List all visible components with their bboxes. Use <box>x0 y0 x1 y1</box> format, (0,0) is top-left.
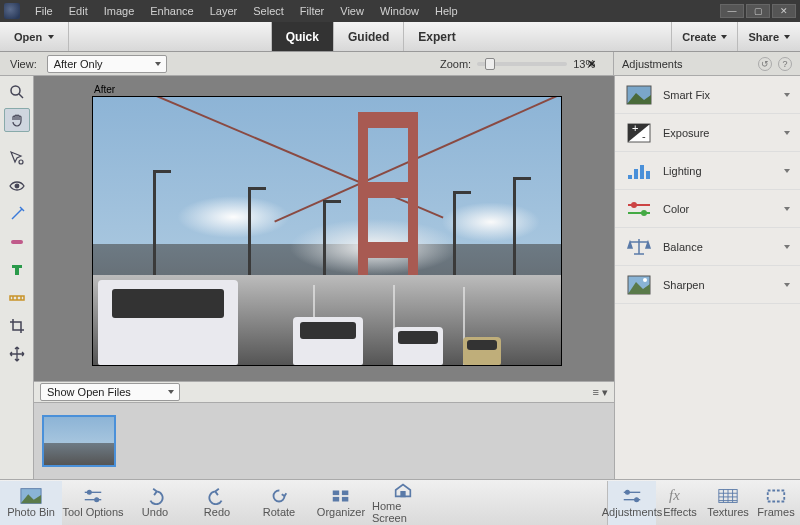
adjust-balance[interactable]: Balance <box>615 228 800 266</box>
open-files-select[interactable]: Show Open Files <box>40 383 180 401</box>
adjust-sharpen[interactable]: Sharpen <box>615 266 800 304</box>
help-icon[interactable]: ? <box>778 57 792 71</box>
create-label: Create <box>682 31 716 43</box>
adjust-smart-fix[interactable]: Smart Fix <box>615 76 800 114</box>
menu-filter[interactable]: Filter <box>293 3 331 19</box>
adjustments-panel: Smart Fix +- Exposure Lighting Color Bal… <box>614 76 800 479</box>
crop-tool[interactable] <box>4 314 30 338</box>
open-button[interactable]: Open <box>0 22 69 51</box>
adjust-color[interactable]: Color <box>615 190 800 228</box>
menu-help[interactable]: Help <box>428 3 465 19</box>
svg-rect-15 <box>628 175 632 179</box>
svg-point-28 <box>643 278 647 282</box>
type-tool[interactable] <box>4 258 30 282</box>
balance-icon <box>625 235 653 259</box>
redo-button[interactable]: Redo <box>186 481 248 525</box>
svg-point-20 <box>631 202 637 208</box>
lighting-icon <box>625 159 653 183</box>
tab-quick[interactable]: Quick <box>271 22 333 51</box>
svg-rect-40 <box>401 492 405 497</box>
svg-rect-38 <box>333 497 339 502</box>
zoom-tool[interactable] <box>4 80 30 104</box>
zoom-label: Zoom: <box>440 58 471 70</box>
zoom-slider-thumb[interactable] <box>485 58 495 70</box>
menu-file[interactable]: File <box>28 3 60 19</box>
adjust-lighting[interactable]: Lighting <box>615 152 800 190</box>
bb-label: Frames <box>757 506 794 518</box>
bin-menu-icon[interactable]: ≡ ▾ <box>593 386 608 399</box>
straighten-tool[interactable] <box>4 286 30 310</box>
photo-bin-button[interactable]: Photo Bin <box>0 481 62 525</box>
quick-select-tool[interactable] <box>4 146 30 170</box>
bb-label: Textures <box>707 506 749 518</box>
adjust-label: Smart Fix <box>663 89 710 101</box>
close-button[interactable]: ✕ <box>772 4 796 18</box>
svg-point-22 <box>641 210 647 216</box>
reset-icon[interactable]: ↺ <box>758 57 772 71</box>
menu-window[interactable]: Window <box>373 3 426 19</box>
canvas-image[interactable] <box>92 96 562 366</box>
organizer-button[interactable]: Organizer <box>310 481 372 525</box>
title-bar: File Edit Image Enhance Layer Select Fil… <box>0 0 800 22</box>
view-select[interactable]: After Only <box>47 55 167 73</box>
menu-layer[interactable]: Layer <box>203 3 245 19</box>
undo-button[interactable]: Undo <box>124 481 186 525</box>
rotate-button[interactable]: Rotate <box>248 481 310 525</box>
tab-expert[interactable]: Expert <box>403 22 469 51</box>
svg-point-44 <box>635 498 639 502</box>
bb-label: Tool Options <box>62 506 123 518</box>
menu-enhance[interactable]: Enhance <box>143 3 200 19</box>
create-button[interactable]: Create <box>671 22 737 51</box>
options-bar: View: After Only Zoom: 13% × Adjustments… <box>0 52 800 76</box>
view-label: View: <box>10 58 37 70</box>
whiten-tool[interactable] <box>4 202 30 226</box>
chevron-down-icon <box>784 35 790 39</box>
svg-point-34 <box>95 498 99 502</box>
bb-label: Undo <box>142 506 168 518</box>
tab-guided[interactable]: Guided <box>333 22 403 51</box>
maximize-button[interactable]: ▢ <box>746 4 770 18</box>
svg-rect-16 <box>634 169 638 179</box>
menu-image[interactable]: Image <box>97 3 142 19</box>
bb-label: Adjustments <box>602 506 663 518</box>
svg-rect-18 <box>646 171 650 179</box>
chevron-down-icon <box>721 35 727 39</box>
home-screen-button[interactable]: Home Screen <box>372 481 434 525</box>
minimize-button[interactable]: — <box>720 4 744 18</box>
tool-options-button[interactable]: Tool Options <box>62 481 124 525</box>
spot-heal-tool[interactable] <box>4 230 30 254</box>
adjustments-title: Adjustments <box>622 58 683 70</box>
panel-effects-button[interactable]: fx Effects <box>656 481 704 525</box>
adjust-label: Lighting <box>663 165 702 177</box>
hand-tool[interactable] <box>4 108 30 132</box>
smart-fix-icon <box>625 83 653 107</box>
share-button[interactable]: Share <box>737 22 800 51</box>
adjust-label: Balance <box>663 241 703 253</box>
adjustments-header: Adjustments ↺ ? <box>613 52 800 75</box>
svg-rect-4 <box>11 240 23 244</box>
photo-thumbnail[interactable] <box>42 415 116 467</box>
close-document-button[interactable]: × <box>588 56 600 71</box>
photo-bin <box>34 403 614 479</box>
zoom-slider[interactable] <box>477 62 567 66</box>
menu-edit[interactable]: Edit <box>62 3 95 19</box>
svg-point-42 <box>626 491 630 495</box>
adjust-label: Sharpen <box>663 279 705 291</box>
adjust-label: Exposure <box>663 127 709 139</box>
color-icon <box>625 197 653 221</box>
view-select-value: After Only <box>54 58 103 70</box>
eye-tool[interactable] <box>4 174 30 198</box>
adjust-exposure[interactable]: +- Exposure <box>615 114 800 152</box>
menu-select[interactable]: Select <box>246 3 291 19</box>
svg-point-2 <box>19 160 23 164</box>
panel-textures-button[interactable]: Textures <box>704 481 752 525</box>
panel-frames-button[interactable]: Frames <box>752 481 800 525</box>
open-label: Open <box>14 31 42 43</box>
menu-bar: File Edit Image Enhance Layer Select Fil… <box>28 3 720 19</box>
move-tool[interactable] <box>4 342 30 366</box>
chevron-down-icon <box>48 35 54 39</box>
svg-rect-46 <box>768 491 785 502</box>
bb-label: Redo <box>204 506 230 518</box>
menu-view[interactable]: View <box>333 3 371 19</box>
panel-adjustments-button[interactable]: Adjustments <box>608 481 656 525</box>
